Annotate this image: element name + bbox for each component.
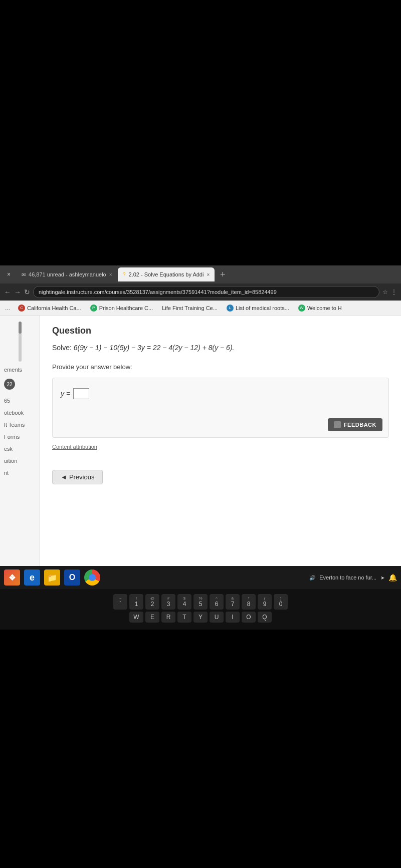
browser-content: ements 22 65 otebook ft Teams Forms esk [0, 316, 401, 566]
email-icon: ✉ [22, 272, 26, 277]
back-icon[interactable]: ← [4, 288, 11, 296]
content-attribution-link[interactable]: Content attribution [52, 444, 389, 450]
feedback-button[interactable]: FEEDBACK [328, 418, 382, 431]
tab-math-close[interactable]: × [207, 272, 210, 277]
bookmark-prison[interactable]: P Prison Healthcare C... [87, 304, 156, 313]
taskbar-files-icon[interactable]: 📁 [44, 569, 60, 586]
tab-close-icon[interactable]: × [7, 271, 11, 278]
key-6[interactable]: ^6 [210, 594, 224, 610]
taskbar: ❖ e 📁 O 🔊 Everton to face no fur... ➤ 🔔 [0, 566, 401, 589]
bookmarks-dots[interactable]: ... [3, 305, 12, 312]
sidebar-item-65[interactable]: 65 [0, 395, 40, 407]
chrome-center [89, 574, 96, 581]
tab-email[interactable]: ✉ 46,871 unread - ashleymanuelo × [17, 267, 117, 281]
bookmark-welcome-label: Welcome to H [307, 305, 342, 311]
bookmarks-bar: ... C California Health Ca... P Prison H… [0, 301, 401, 316]
taskbar-notification-icon: 🔔 [388, 573, 397, 582]
qwerty-key-row: W E R T Y U I O Q [3, 612, 398, 623]
tab-math-label: 2.02 - Solve Equations by Addi [129, 271, 204, 277]
taskbar-outlook-icon[interactable]: O [64, 569, 80, 586]
sidebar: ements 22 65 otebook ft Teams Forms esk [0, 316, 40, 566]
taskbar-edge-icon[interactable]: e [24, 569, 40, 586]
bookmark-california-label: California Health Ca... [27, 305, 81, 311]
tab-close-placeholder[interactable]: × [2, 267, 16, 281]
key-r[interactable]: R [161, 612, 175, 623]
bookmark-california[interactable]: C California Health Ca... [15, 304, 84, 313]
sidebar-teams-label: ft Teams [4, 422, 25, 428]
answer-equation: y = [61, 388, 380, 399]
refresh-icon[interactable]: ↻ [24, 288, 30, 296]
key-2[interactable]: @2 [145, 594, 159, 610]
sidebar-item-tuition[interactable]: uition [0, 455, 40, 467]
previous-button[interactable]: ◄ Previous [52, 470, 103, 484]
bookmark-welcome[interactable]: W Welcome to H [295, 304, 345, 313]
tab-email-close[interactable]: × [109, 272, 112, 277]
star-icon[interactable]: ☆ [382, 288, 388, 296]
key-tilde[interactable]: ~` [113, 594, 127, 610]
key-9[interactable]: (9 [258, 594, 272, 610]
sidebar-item-teams[interactable]: ft Teams [0, 419, 40, 431]
bookmark-life[interactable]: Life First Training Ce... [159, 304, 221, 312]
sidebar-badge-area: 22 [0, 376, 40, 395]
menu-icon[interactable]: ⋮ [391, 288, 397, 296]
bookmark-list-label: List of medical roots... [236, 305, 289, 311]
previous-label: Previous [69, 473, 95, 481]
bookmark-prison-label: Prison Healthcare C... [99, 305, 153, 311]
feedback-icon [334, 421, 341, 428]
key-i[interactable]: I [226, 612, 240, 623]
forward-icon[interactable]: → [14, 288, 21, 296]
news-ticker: Everton to face no fur... [319, 574, 376, 581]
key-o[interactable]: O [242, 612, 256, 623]
address-bar: ← → ↻ ☆ ⋮ [0, 283, 401, 301]
key-1[interactable]: !1 [129, 594, 143, 610]
answer-y-label: y = [61, 390, 70, 398]
sidebar-item-nt[interactable]: nt [0, 467, 40, 479]
sidebar-item-forms[interactable]: Forms [0, 431, 40, 443]
sidebar-esk-label: esk [4, 446, 13, 452]
new-tab-button[interactable]: + [216, 267, 230, 281]
files-symbol: 📁 [47, 573, 57, 583]
sidebar-tuition-label: uition [4, 458, 17, 464]
sidebar-item-ements[interactable]: ements [0, 364, 40, 376]
tab-bar: × ✉ 46,871 unread - ashleymanuelo × ? 2.… [0, 265, 401, 283]
answer-area: y = FEEDBACK [52, 378, 389, 438]
previous-arrow-icon: ◄ [61, 473, 67, 481]
sidebar-item-esk[interactable]: esk [0, 443, 40, 455]
key-u[interactable]: U [210, 612, 224, 623]
start-symbol: ❖ [9, 573, 16, 583]
bookmark-list-icon: L [227, 305, 234, 312]
sidebar-badge: 22 [4, 379, 15, 390]
key-7[interactable]: &7 [226, 594, 240, 610]
key-q[interactable]: Q [258, 612, 272, 623]
key-4[interactable]: $4 [177, 594, 191, 610]
taskbar-right: 🔊 Everton to face no fur... ➤ 🔔 [309, 573, 397, 582]
key-y[interactable]: Y [193, 612, 208, 623]
sidebar-65-label: 65 [4, 398, 10, 404]
key-3[interactable]: #3 [161, 594, 175, 610]
question-title: Question [52, 326, 389, 336]
key-w[interactable]: W [129, 612, 143, 623]
answer-input[interactable] [73, 388, 89, 399]
bookmark-list[interactable]: L List of medical roots... [224, 304, 292, 313]
key-5[interactable]: %5 [193, 594, 208, 610]
speaker-icon: 🔊 [309, 575, 315, 581]
provide-answer-text: Provide your answer below: [52, 363, 389, 371]
key-t[interactable]: T [177, 612, 191, 623]
sidebar-ements-label: ements [4, 367, 22, 373]
key-e[interactable]: E [145, 612, 159, 623]
keyboard-area: ~` !1 @2 #3 $4 %5 ^6 &7 *8 (9 )0 W E R T… [0, 589, 401, 630]
sidebar-scrollbar-thumb[interactable] [19, 322, 22, 334]
feedback-label: FEEDBACK [344, 422, 376, 428]
tab-math[interactable]: ? 2.02 - Solve Equations by Addi × [118, 267, 215, 281]
outlook-symbol: O [69, 573, 75, 582]
edge-symbol: e [30, 572, 35, 583]
sidebar-item-notebook[interactable]: otebook [0, 407, 40, 419]
key-0[interactable]: )0 [274, 594, 288, 610]
key-8[interactable]: *8 [242, 594, 256, 610]
taskbar-start-icon[interactable]: ❖ [4, 569, 20, 586]
taskbar-chrome-icon[interactable] [84, 569, 100, 586]
tab-email-label: 46,871 unread - ashleymanuelo [29, 271, 106, 277]
address-input[interactable] [33, 286, 379, 298]
bookmark-prison-icon: P [90, 305, 97, 312]
bottom-black [0, 630, 401, 868]
